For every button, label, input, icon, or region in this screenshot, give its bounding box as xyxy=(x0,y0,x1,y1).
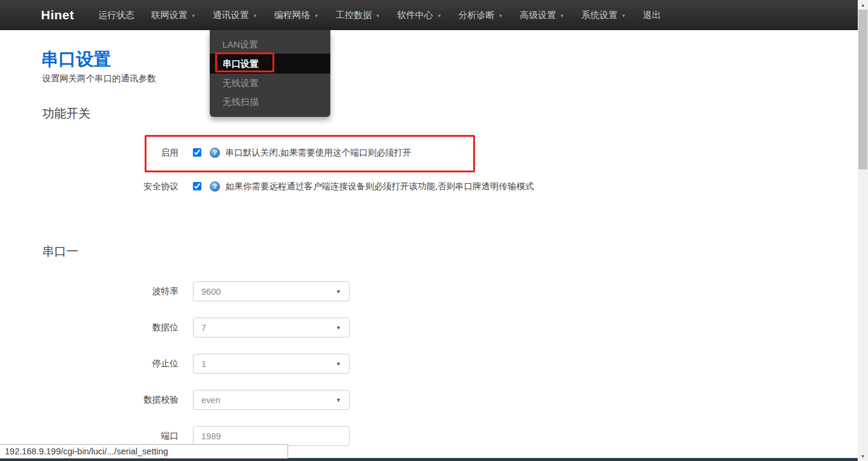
nav-item-label: 退出 xyxy=(643,10,661,21)
baud-rate-value: 9600 xyxy=(201,287,221,296)
page-subtitle: 设置网关两个串口的通讯参数 xyxy=(42,73,156,84)
enable-help-text: 串口默认关闭,如果需要使用这个端口则必须打开 xyxy=(225,147,412,158)
nav-item-label: 软件中心 xyxy=(397,10,433,21)
stop-bits-select[interactable]: 1 ▼ xyxy=(193,354,350,374)
baud-rate-row: 波特率 9600 ▼ xyxy=(46,281,350,301)
chevron-down-icon: ▼ xyxy=(560,13,565,19)
top-navbar: Hinet 运行状态 联网设置 ▼ 通讯设置 ▼ 编程网络 ▼ 工控数据 ▼ 软… xyxy=(0,0,858,30)
chevron-down-icon: ▼ xyxy=(253,13,257,19)
dropdown-item-wireless-settings[interactable]: 无线设置 xyxy=(210,74,330,92)
nav-item-comm-settings[interactable]: 通讯设置 ▼ xyxy=(204,0,266,30)
screen: Hinet 运行状态 联网设置 ▼ 通讯设置 ▼ 编程网络 ▼ 工控数据 ▼ 软… xyxy=(0,0,868,461)
scrollbar-thumb[interactable] xyxy=(858,10,867,169)
section-heading-serial-port-one: 串口一 xyxy=(42,243,78,260)
nav-item-run-status[interactable]: 运行状态 xyxy=(90,0,143,30)
section-heading-function-switches: 功能开关 xyxy=(42,105,90,122)
port-input[interactable] xyxy=(193,426,350,446)
stop-bits-label: 停止位 xyxy=(46,358,178,369)
nav-item-label: 运行状态 xyxy=(98,10,134,21)
chevron-down-icon: ▼ xyxy=(314,13,319,19)
dropdown-arrow-icon: ▼ xyxy=(336,361,341,367)
link-preview-statusbar: 192.168.9.199/cgi-bin/luci/.../serial_se… xyxy=(0,444,288,459)
nav-item-label: 联网设置 xyxy=(151,10,187,21)
secure-protocol-help-text: 如果你需要远程通过客户端连接设备则必须打开该功能,否则串口牌透明传输模式 xyxy=(225,181,534,192)
dropdown-arrow-icon: ▼ xyxy=(336,397,341,403)
nav-item-label: 高级设置 xyxy=(520,10,556,21)
stop-bits-value: 1 xyxy=(201,359,206,369)
stop-bits-row: 停止位 1 ▼ xyxy=(46,354,350,374)
secure-protocol-label: 安全协议 xyxy=(46,181,178,192)
chevron-down-icon: ▼ xyxy=(191,13,196,19)
data-bits-value: 7 xyxy=(201,323,206,333)
nav-item-system-settings[interactable]: 系统设置 ▼ xyxy=(573,0,634,30)
parity-label: 数据校验 xyxy=(46,394,178,406)
nav-item-network-settings[interactable]: 联网设置 ▼ xyxy=(143,0,204,30)
nav-item-label: 通讯设置 xyxy=(213,10,249,21)
brand-logo[interactable]: Hinet xyxy=(41,8,74,22)
dropdown-item-lan-settings[interactable]: LAN设置 xyxy=(210,35,330,54)
port-label: 端口 xyxy=(46,430,178,442)
chevron-down-icon: ▼ xyxy=(376,13,380,19)
help-icon[interactable]: ? xyxy=(210,181,220,192)
dropdown-item-wireless-scan[interactable]: 无线扫描 xyxy=(210,92,330,111)
nav-item-label: 系统设置 xyxy=(581,10,617,21)
data-bits-row: 数据位 7 ▼ xyxy=(46,318,350,337)
parity-value: even xyxy=(201,395,220,405)
data-bits-select[interactable]: 7 ▼ xyxy=(193,318,350,337)
dropdown-arrow-icon: ▼ xyxy=(336,289,341,295)
data-bits-label: 数据位 xyxy=(46,322,178,333)
nav-item-label: 编程网络 xyxy=(274,10,310,21)
enable-row: 启用 ? 串口默认关闭,如果需要使用这个端口则必须打开 xyxy=(46,146,412,159)
chevron-down-icon: ▼ xyxy=(498,13,503,19)
dropdown-arrow-icon: ▼ xyxy=(336,325,341,331)
help-icon[interactable]: ? xyxy=(210,148,220,158)
nav-item-logout[interactable]: 退出 xyxy=(634,0,669,30)
baud-rate-select[interactable]: 9600 ▼ xyxy=(193,281,350,301)
nav-item-analysis-diagnosis[interactable]: 分析诊断 ▼ xyxy=(450,0,512,30)
vertical-scrollbar[interactable]: ▲ ▼ xyxy=(858,0,868,461)
nav-item-software-center[interactable]: 软件中心 ▼ xyxy=(389,0,450,30)
port-row: 端口 xyxy=(46,426,350,446)
secure-protocol-row: 安全协议 ? 如果你需要远程通过客户端连接设备则必须打开该功能,否则串口牌透明传… xyxy=(46,180,534,193)
comm-settings-dropdown-menu: LAN设置 串口设置 无线设置 无线扫描 xyxy=(210,30,330,117)
nav-item-label: 分析诊断 xyxy=(459,10,495,21)
scrollbar-down-arrow-icon[interactable]: ▼ xyxy=(858,451,868,461)
enable-label: 启用 xyxy=(46,147,178,158)
page-title: 串口设置 xyxy=(41,48,111,72)
scrollbar-up-arrow-icon[interactable]: ▲ xyxy=(858,0,868,10)
enable-checkbox[interactable] xyxy=(193,148,201,157)
secure-protocol-checkbox[interactable] xyxy=(193,182,201,190)
parity-select[interactable]: even ▼ xyxy=(193,390,350,410)
nav-item-advanced-settings[interactable]: 高级设置 ▼ xyxy=(512,0,573,30)
nav-item-industrial-data[interactable]: 工控数据 ▼ xyxy=(327,0,389,30)
nav-item-programming-network[interactable]: 编程网络 ▼ xyxy=(266,0,327,30)
baud-rate-label: 波特率 xyxy=(46,286,178,297)
chevron-down-icon: ▼ xyxy=(437,13,442,19)
chevron-down-icon: ▼ xyxy=(621,13,626,19)
parity-row: 数据校验 even ▼ xyxy=(46,390,350,410)
dropdown-item-serial-settings[interactable]: 串口设置 xyxy=(210,54,330,74)
nav-item-label: 工控数据 xyxy=(336,10,372,21)
